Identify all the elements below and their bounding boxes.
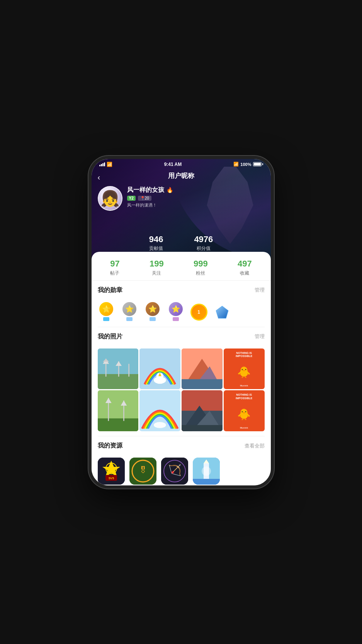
resources-title: 我的资源 bbox=[98, 442, 122, 450]
avatar[interactable] bbox=[98, 186, 122, 211]
medal-bronze-ribbon bbox=[150, 317, 156, 321]
fire-icon: 🔥 bbox=[167, 187, 173, 193]
resource-heping[interactable]: 🎖 和平精英 bbox=[129, 458, 156, 485]
favorites-label: 收藏 bbox=[238, 270, 252, 277]
photos-title: 我的照片 bbox=[98, 333, 122, 341]
badges-manage[interactable]: 管理 bbox=[255, 287, 265, 294]
medal-purple-ribbon bbox=[173, 317, 179, 321]
medal-silver-circle: ⭐ bbox=[122, 302, 136, 316]
photo-windmill-2[interactable] bbox=[98, 390, 139, 431]
heping-art: 🎖 bbox=[129, 458, 156, 485]
battery-icon bbox=[253, 162, 263, 166]
signal-icon bbox=[99, 162, 105, 166]
svg-marker-0 bbox=[216, 306, 228, 318]
medal-silver-ribbon bbox=[126, 317, 133, 321]
following-stat[interactable]: 199 关注 bbox=[150, 259, 164, 277]
content-area: 97 帖子 199 关注 999 粉丝 497 收藏 我的勋章 管理 bbox=[92, 252, 271, 485]
points-label: 积分值 bbox=[194, 245, 213, 252]
badge-special-number: 1 bbox=[197, 309, 200, 315]
user-meta: 风一样的女孩 🔥 Y2 📍20 风一样的潇洒！ bbox=[127, 186, 173, 208]
page-title: 用户昵称 bbox=[92, 171, 271, 180]
bluetooth-icon: 📶 bbox=[233, 162, 239, 167]
photos-grid-row1: NOTHING ISIMPOSSIBLE 🐥 Munink bbox=[92, 348, 271, 389]
following-value: 199 bbox=[150, 259, 164, 269]
photo-nothing-2[interactable]: NOTHING ISIMPOSSIBLE 🐥 Munink bbox=[224, 390, 265, 431]
resource-guangyu[interactable]: 光遇 bbox=[193, 458, 220, 485]
badges-section: 我的勋章 管理 bbox=[92, 281, 271, 302]
posts-value: 97 bbox=[110, 259, 119, 269]
posts-stat[interactable]: 97 帖子 bbox=[110, 259, 119, 277]
user-badges: Y2 📍20 bbox=[127, 196, 173, 201]
nothing-overlay: NOTHING ISIMPOSSIBLE 🐥 Munink bbox=[224, 348, 265, 389]
status-left: 📶 bbox=[99, 162, 112, 167]
photo-mountain-2[interactable] bbox=[182, 390, 223, 431]
svg-point-24 bbox=[154, 422, 166, 428]
chick-icon: 🐥 bbox=[237, 366, 251, 379]
stats-row: 946 贡献值 4976 积分值 bbox=[92, 234, 271, 252]
resource-icon-heping: 🎖 bbox=[129, 458, 156, 485]
favorites-stat[interactable]: 497 收藏 bbox=[238, 259, 252, 277]
resources-section: 我的资源 查看全部 bbox=[92, 436, 271, 458]
posts-label: 帖子 bbox=[110, 270, 119, 277]
svg-text:🎖: 🎖 bbox=[139, 465, 147, 475]
resource-tianya[interactable]: 🏹 天涯明月刀 bbox=[161, 458, 188, 485]
badge-special[interactable]: 1 bbox=[190, 304, 207, 321]
level-badge: Y2 bbox=[127, 196, 136, 201]
status-bar: 📶 9:41 AM 📶 100% bbox=[92, 159, 271, 170]
points-stat: 4976 积分值 bbox=[194, 234, 213, 252]
user-info-row: 风一样的女孩 🔥 Y2 📍20 风一样的潇洒！ bbox=[98, 186, 173, 211]
tianya-art: 🏹 bbox=[161, 458, 188, 485]
diamond-icon bbox=[215, 305, 229, 319]
svg-text:🏹: 🏹 bbox=[168, 464, 181, 477]
badge-gold[interactable]: ⭐ bbox=[98, 302, 115, 322]
photo-nothing-1[interactable]: NOTHING ISIMPOSSIBLE 🐥 Munink bbox=[224, 348, 265, 389]
battery-percent: 100% bbox=[240, 162, 251, 167]
photos-manage[interactable]: 管理 bbox=[255, 333, 265, 340]
fans-label: 粉丝 bbox=[194, 270, 208, 277]
phone-frame: 📶 9:41 AM 📶 100% ‹ 用户昵称 bbox=[88, 156, 274, 489]
svg-rect-29 bbox=[182, 425, 223, 431]
photo-rainbow-2[interactable] bbox=[139, 390, 180, 431]
medal-gold-ribbon bbox=[103, 317, 109, 321]
resources-header: 我的资源 查看全部 bbox=[98, 442, 265, 450]
svg-rect-18 bbox=[98, 419, 139, 431]
location-badge: 📍20 bbox=[138, 196, 151, 201]
favorites-value: 497 bbox=[238, 259, 252, 269]
svg-rect-8 bbox=[128, 364, 129, 376]
points-value: 4976 bbox=[194, 234, 213, 244]
resources-view-all[interactable]: 查看全部 bbox=[245, 442, 265, 449]
resource-icon-wangzhe: 5V5 bbox=[98, 458, 125, 485]
badges-title: 我的勋章 bbox=[98, 286, 122, 294]
photos-header: 我的照片 管理 bbox=[98, 333, 265, 341]
photo-windmill-1[interactable] bbox=[98, 348, 139, 389]
guangyu-art bbox=[193, 458, 220, 485]
badge-silver[interactable]: ⭐ bbox=[121, 302, 138, 322]
following-label: 关注 bbox=[150, 270, 164, 277]
photo-mountain-1[interactable] bbox=[182, 348, 223, 389]
username: 风一样的女孩 🔥 bbox=[127, 186, 173, 194]
fans-stat[interactable]: 999 粉丝 bbox=[194, 259, 208, 277]
resource-icon-tianya: 🏹 bbox=[161, 458, 188, 485]
photos-section: 我的照片 管理 bbox=[92, 327, 271, 348]
resource-wangzhe[interactable]: 5V5 王者荣耀 bbox=[98, 458, 125, 485]
nothing-overlay-2: NOTHING ISIMPOSSIBLE 🐥 Munink bbox=[224, 390, 265, 431]
avatar-image bbox=[99, 187, 122, 210]
hero-section: 📶 9:41 AM 📶 100% ‹ 用户昵称 bbox=[92, 159, 271, 260]
wangzhe-art: 5V5 bbox=[98, 458, 125, 485]
photo-rainbow-1[interactable] bbox=[139, 348, 180, 389]
badge-bronze[interactable]: ⭐ bbox=[144, 302, 161, 322]
svg-rect-44 bbox=[193, 479, 220, 485]
status-right: 📶 100% bbox=[233, 162, 263, 167]
chick-icon-2: 🐥 bbox=[237, 408, 251, 421]
medal-gold-circle: ⭐ bbox=[99, 302, 113, 316]
wifi-icon: 📶 bbox=[107, 162, 112, 167]
badge-diamond[interactable] bbox=[214, 304, 231, 321]
status-time: 9:41 AM bbox=[164, 162, 182, 167]
resources-row: 5V5 王者荣耀 🎖 和平精英 bbox=[92, 458, 271, 485]
medal-purple-circle: ⭐ bbox=[169, 302, 183, 316]
user-bio: 风一样的潇洒！ bbox=[127, 202, 173, 208]
badge-purple[interactable]: ⭐ bbox=[167, 302, 184, 322]
badges-header: 我的勋章 管理 bbox=[98, 286, 265, 294]
svg-point-45 bbox=[202, 466, 211, 476]
svg-rect-16 bbox=[182, 379, 223, 389]
